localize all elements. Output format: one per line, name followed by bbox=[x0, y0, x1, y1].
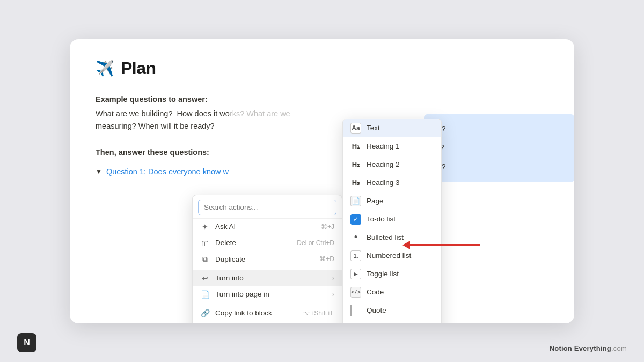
submenu-item-todo[interactable]: ✓ To-do list bbox=[343, 210, 441, 228]
submenu-item-numbered[interactable]: 1. Numbered list bbox=[343, 247, 441, 265]
toggle-icon: ▶ bbox=[350, 269, 361, 279]
submenu-item-callout[interactable]: ☐ Callout bbox=[343, 320, 441, 323]
bulleted-label: Bulleted list bbox=[367, 233, 404, 241]
submenu-item-quote[interactable]: Quote bbox=[343, 301, 441, 320]
heading1-label: Heading 1 bbox=[367, 142, 400, 150]
submenu-turn-into: Aa Text H₁ Heading 1 H₂ Heading 2 H₃ Hea… bbox=[342, 119, 442, 323]
branding-suffix: .com bbox=[611, 344, 627, 352]
menu-item-delete[interactable]: 🗑 Delete Del or Ctrl+D bbox=[193, 235, 342, 251]
quote-icon bbox=[350, 305, 361, 316]
numbered-label: Numbered list bbox=[367, 252, 411, 260]
code-icon: </> bbox=[350, 287, 361, 298]
ask-ai-label: Ask AI bbox=[215, 223, 236, 231]
ask-ai-shortcut: ⌘+J bbox=[321, 223, 334, 231]
search-box-wrap bbox=[193, 195, 342, 219]
heading2-label: Heading 2 bbox=[367, 160, 400, 168]
copy-link-icon: 🔗 bbox=[200, 309, 210, 317]
submenu-item-code[interactable]: </> Code bbox=[343, 283, 441, 301]
submenu-item-heading3[interactable]: H₃ Heading 3 bbox=[343, 174, 441, 192]
menu-item-copy-link[interactable]: 🔗 Copy link to block ⌥+Shift+L bbox=[193, 305, 342, 321]
delete-label: Delete bbox=[215, 239, 236, 247]
menu-item-turn-into-page[interactable]: 📄 Turn into page in › bbox=[193, 286, 342, 302]
ask-ai-icon: ✦ bbox=[200, 223, 210, 231]
text-icon: Aa bbox=[350, 123, 361, 134]
duplicate-shortcut: ⌘+D bbox=[319, 255, 334, 263]
quote-label: Quote bbox=[367, 306, 386, 314]
turn-into-page-label: Turn into page in bbox=[215, 290, 269, 298]
delete-icon: 🗑 bbox=[200, 239, 210, 247]
code-label: Code bbox=[367, 288, 384, 296]
example-label: Example questions to answer: bbox=[96, 93, 548, 106]
numbered-icon: 1. bbox=[350, 250, 361, 261]
red-arrow bbox=[402, 241, 480, 249]
branding: Notion Everything.com bbox=[550, 344, 627, 352]
branding-name: Notion Everything bbox=[550, 344, 611, 352]
context-menu: ✦ Ask AI ⌘+J 🗑 Delete Del or Ctrl+D ⧉ Du… bbox=[192, 195, 342, 323]
duplicate-icon: ⧉ bbox=[200, 255, 210, 264]
submenu-item-heading1[interactable]: H₁ Heading 1 bbox=[343, 137, 441, 156]
page-icon: ✈️ bbox=[96, 60, 114, 77]
menu-item-ask-ai[interactable]: ✦ Ask AI ⌘+J bbox=[193, 219, 342, 235]
heading1-icon: H₁ bbox=[350, 141, 361, 152]
turn-into-page-arrow-icon: › bbox=[332, 291, 334, 298]
heading3-label: Heading 3 bbox=[367, 179, 400, 187]
main-card: ✈️ Plan Example questions to answer: Wha… bbox=[70, 39, 574, 323]
blue-bg-block: ns? rs? ch? bbox=[424, 114, 574, 182]
toggle-arrow-icon: ▼ bbox=[96, 167, 102, 177]
turn-into-icon: ↩ bbox=[200, 274, 210, 283]
heading3-icon: H₃ bbox=[350, 178, 361, 188]
menu-item-move-to[interactable]: ↗ Move to ⌘+Shift+P bbox=[193, 321, 342, 323]
turn-into-page-icon: 📄 bbox=[200, 290, 210, 299]
notion-logo: N bbox=[17, 333, 36, 352]
page-title: Plan bbox=[121, 58, 156, 78]
toggle-label: Toggle list bbox=[367, 270, 399, 278]
arrow-head bbox=[402, 241, 410, 249]
text-label: Text bbox=[367, 124, 380, 132]
copy-link-label: Copy link to block bbox=[215, 309, 272, 317]
page-label: Page bbox=[367, 197, 384, 205]
copy-link-shortcut: ⌥+Shift+L bbox=[303, 309, 334, 317]
blue-line-1: ns? bbox=[434, 123, 565, 136]
todo-label: To-do list bbox=[367, 215, 396, 223]
duplicate-label: Duplicate bbox=[215, 255, 245, 263]
todo-icon: ✓ bbox=[350, 214, 361, 225]
submenu-item-toggle[interactable]: ▶ Toggle list bbox=[343, 265, 441, 283]
notion-logo-box: N bbox=[17, 333, 36, 352]
menu-divider-1 bbox=[193, 269, 342, 269]
submenu-item-page[interactable]: 📄 Page bbox=[343, 192, 441, 210]
menu-item-duplicate[interactable]: ⧉ Duplicate ⌘+D bbox=[193, 251, 342, 268]
turn-into-arrow-icon: › bbox=[332, 275, 334, 282]
submenu-item-text[interactable]: Aa Text bbox=[343, 119, 441, 137]
page-header: ✈️ Plan bbox=[96, 58, 548, 78]
blue-line-3: ch? bbox=[434, 161, 565, 174]
menu-item-turn-into[interactable]: ↩ Turn into › bbox=[193, 270, 342, 286]
submenu-item-heading2[interactable]: H₂ Heading 2 bbox=[343, 156, 441, 174]
arrow-line bbox=[410, 244, 480, 246]
blue-line-2: rs? bbox=[434, 142, 565, 154]
delete-shortcut: Del or Ctrl+D bbox=[297, 239, 334, 247]
menu-divider-2 bbox=[193, 304, 342, 304]
search-input[interactable] bbox=[198, 200, 336, 215]
heading2-icon: H₂ bbox=[350, 159, 361, 170]
page-icon-sub: 📄 bbox=[350, 196, 361, 206]
question-text: Question 1: Does everyone know w bbox=[106, 166, 229, 178]
bulleted-icon: • bbox=[350, 232, 361, 243]
turn-into-label: Turn into bbox=[215, 274, 244, 282]
